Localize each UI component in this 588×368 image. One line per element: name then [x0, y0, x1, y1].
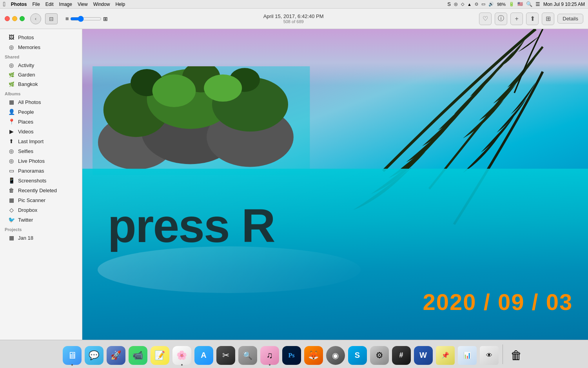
- dock-messages[interactable]: 💬: [84, 343, 104, 366]
- dock-calculator[interactable]: #: [391, 343, 412, 366]
- dock-slides[interactable]: 📊: [457, 343, 477, 366]
- sidebar-item-bangkok[interactable]: 🌿 Bangkok: [2, 80, 80, 89]
- sidebar-item-jan18[interactable]: ▦ Jan 18: [2, 233, 80, 242]
- island-area: [87, 66, 315, 175]
- sidebar-videos-label: Videos: [18, 129, 34, 135]
- sidebar-photos-label: Photos: [18, 35, 34, 40]
- shared-section-header: Shared: [0, 52, 82, 60]
- sidebar-item-all-photos[interactable]: ▦ All Photos: [2, 97, 80, 107]
- zoom-slider[interactable]: ⊞ ⊞: [65, 16, 108, 22]
- sidebar-item-selfies[interactable]: ◎ Selfies: [2, 146, 80, 156]
- photo-background: press R 2020 / 09 / 03: [82, 29, 588, 340]
- dock-finder[interactable]: 🖥: [62, 343, 82, 366]
- minimize-button[interactable]: [12, 16, 17, 21]
- dock-preview[interactable]: 👁: [479, 343, 499, 366]
- sidebar-item-screenshots[interactable]: 📱 Screenshots: [2, 176, 80, 185]
- dock-finalcut[interactable]: ✂: [216, 343, 236, 366]
- favorite-button[interactable]: ♡: [479, 13, 492, 25]
- sidebar-item-people[interactable]: 👤 People: [2, 107, 80, 117]
- airplay-icon: ▭: [481, 2, 485, 7]
- sidebar-item-panoramas[interactable]: ▭ Panoramas: [2, 166, 80, 175]
- projects-section-header: Projects: [0, 225, 82, 233]
- live-photos-icon: ◎: [8, 158, 15, 164]
- sidebar-activity-label: Activity: [18, 62, 34, 68]
- menu-file[interactable]: File: [33, 2, 40, 7]
- add-button[interactable]: +: [510, 13, 523, 25]
- dock-firefox[interactable]: 🦊: [303, 343, 324, 366]
- sidebar-last-import-label: Last Import: [18, 138, 44, 144]
- sidebar-bangkok-label: Bangkok: [18, 81, 38, 87]
- dock-itunes[interactable]: ♫: [260, 343, 280, 366]
- photo-container[interactable]: press R 2020 / 09 / 03: [82, 29, 588, 340]
- sidebar-item-pic-scanner[interactable]: ▦ Pic Scanner: [2, 195, 80, 205]
- sidebar-selfies-label: Selfies: [18, 148, 33, 154]
- photos-icon: 🖼: [8, 34, 15, 40]
- details-button[interactable]: Details: [557, 14, 583, 24]
- photos-dot: [181, 364, 183, 366]
- info-button[interactable]: ⓘ: [495, 13, 507, 25]
- sidebar-people-label: People: [18, 109, 34, 115]
- sidebar-item-activity[interactable]: ◎ Activity: [2, 60, 80, 70]
- dock-quicksilver[interactable]: ◉: [325, 343, 346, 366]
- dock-finder2[interactable]: 🔍: [238, 343, 258, 366]
- places-icon: 📍: [8, 118, 15, 125]
- zoom-range-input[interactable]: [70, 16, 102, 22]
- garden-icon: 🌿: [8, 72, 15, 78]
- videos-icon: ▶: [8, 128, 15, 135]
- jan18-icon: ▦: [8, 235, 15, 241]
- menubar:  Photos File Edit Image View Window Hel…: [0, 0, 588, 9]
- menu-edit[interactable]: Edit: [45, 2, 54, 7]
- sidebar-item-recently-deleted[interactable]: 🗑 Recently Deleted: [2, 186, 80, 195]
- flag-icon: 🇺🇸: [517, 2, 523, 7]
- dock-trash[interactable]: 🗑: [506, 343, 526, 366]
- itunes-dot: [269, 364, 270, 366]
- sidebar: 🖼 Photos ◎ Memories Shared ◎ Activity 🌿 …: [0, 29, 82, 340]
- battery-percentage: 98%: [497, 2, 506, 7]
- sidebar-screenshots-label: Screenshots: [18, 178, 46, 184]
- sidebar-item-dropbox[interactable]: ◇ Dropbox: [2, 205, 80, 215]
- dock-notes[interactable]: 📌: [435, 343, 456, 366]
- sidebar-item-videos[interactable]: ▶ Videos: [2, 127, 80, 136]
- backup-icon: ▲: [467, 2, 472, 7]
- notification-icon[interactable]: ☰: [535, 1, 540, 7]
- dock: 🖥 💬 🚀 📹 📝 🌸 A ✂ 🔍 ♫ Ps 🦊: [0, 340, 588, 368]
- zoom-large-icon: ⊞: [103, 16, 108, 22]
- sidebar-item-garden[interactable]: 🌿 Garden: [2, 70, 80, 79]
- dock-separator: [503, 344, 503, 364]
- dock-skype[interactable]: S: [347, 343, 368, 366]
- sidebar-item-last-import[interactable]: ⬆ Last Import: [2, 137, 80, 146]
- sidebar-item-twitter[interactable]: 🐦 Twitter: [2, 215, 80, 224]
- press-r-text: press R: [108, 199, 275, 253]
- dock-appstore[interactable]: A: [194, 343, 214, 366]
- menu-image[interactable]: Image: [59, 2, 72, 7]
- dock-word[interactable]: W: [413, 343, 434, 366]
- dock-facetime[interactable]: 📹: [128, 343, 148, 366]
- dock-photos[interactable]: 🌸: [172, 343, 192, 366]
- sidebar-toggle-button[interactable]: ⊟: [45, 13, 58, 24]
- back-button[interactable]: ‹: [30, 13, 41, 24]
- menu-help[interactable]: Help: [115, 2, 125, 7]
- svg-point-10: [152, 75, 196, 107]
- spotlight-icon[interactable]: 🔍: [526, 1, 532, 7]
- menu-window[interactable]: Window: [93, 2, 110, 7]
- battery-icon: 🔋: [509, 2, 514, 7]
- close-button[interactable]: [5, 16, 10, 21]
- share-button[interactable]: ⬆: [526, 13, 539, 25]
- dock-stickies[interactable]: 📝: [150, 343, 170, 366]
- toolbar: ‹ ⊟ ⊞ ⊞ April 15, 2017, 6:42:40 PM 508 o…: [0, 9, 588, 29]
- sidebar-item-live-photos[interactable]: ◎ Live Photos: [2, 156, 80, 166]
- menu-photos[interactable]: Photos: [11, 2, 27, 7]
- maximize-button[interactable]: [20, 16, 25, 21]
- apple-menu[interactable]: : [3, 1, 5, 8]
- dock-sysprefs[interactable]: ⚙: [369, 343, 390, 366]
- dock-photoshop[interactable]: Ps: [281, 343, 302, 366]
- sidebar-item-places[interactable]: 📍 Places: [2, 117, 80, 126]
- sidebar-item-photos[interactable]: 🖼 Photos: [2, 33, 80, 42]
- adjust-button[interactable]: ⊞: [542, 13, 554, 25]
- sidebar-recently-deleted-label: Recently Deleted: [18, 188, 57, 193]
- dock-launchpad[interactable]: 🚀: [106, 343, 126, 366]
- sidebar-item-memories[interactable]: ◎ Memories: [2, 42, 80, 52]
- menu-view[interactable]: View: [78, 2, 88, 7]
- zoom-small-icon: ⊞: [65, 16, 69, 21]
- volume-icon: 🔊: [488, 2, 494, 7]
